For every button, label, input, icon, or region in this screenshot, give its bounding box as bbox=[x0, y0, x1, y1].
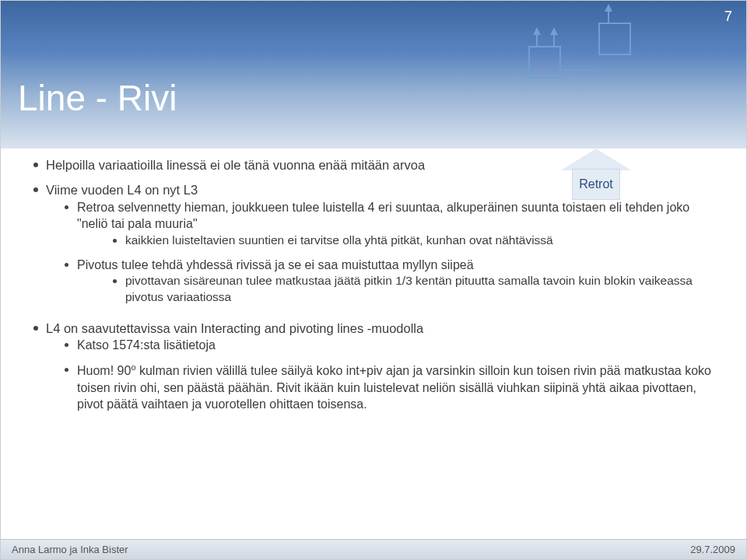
bullet-l1: Viime vuoden L4 on nyt L3 Retroa selvenn… bbox=[32, 181, 715, 306]
diagram-square-1 bbox=[528, 46, 561, 79]
diagram-arrow bbox=[608, 10, 609, 24]
diagram-arrowhead bbox=[605, 4, 612, 12]
slide: 7 Line - Rivi Retrot Helpoilla variaatio… bbox=[0, 0, 747, 560]
bullet-text: Huom! 90 bbox=[77, 364, 131, 377]
slide-footer: Anna Larmo ja Inka Bister 29.7.2009 bbox=[1, 539, 746, 559]
retro-diagram bbox=[497, 15, 653, 93]
slide-title: Line - Rivi bbox=[18, 77, 177, 119]
bullet-text: Pivotus tulee tehdä yhdessä rivissä ja s… bbox=[77, 258, 474, 271]
diagram-arrow bbox=[553, 33, 555, 47]
bullet-text: Viime vuoden L4 on nyt L3 bbox=[46, 183, 198, 197]
diagram-connector bbox=[561, 69, 598, 71]
page-number: 7 bbox=[724, 9, 732, 25]
bullet-l1: Helpoilla variaatioilla linessä ei ole t… bbox=[32, 156, 715, 173]
bullet-l2: Retroa selvennetty hieman, joukkueen tul… bbox=[63, 199, 715, 249]
bullet-l3: pivottavan sisäreunan tulee matkustaa jä… bbox=[111, 273, 715, 306]
bullet-l2: Katso 1574:sta lisätietoja bbox=[63, 337, 715, 354]
diagram-arrowhead bbox=[550, 27, 558, 35]
footer-authors: Anna Larmo ja Inka Bister bbox=[12, 544, 128, 555]
bullet-text: L4 on saavutettavissa vain Interacting a… bbox=[46, 321, 423, 335]
diagram-arrowhead bbox=[533, 27, 541, 35]
footer-date: 29.7.2009 bbox=[690, 544, 735, 555]
bullet-l1: L4 on saavutettavissa vain Interacting a… bbox=[32, 320, 715, 413]
diagram-square-2 bbox=[598, 23, 631, 55]
bullet-l2: Huom! 90o kulman rivien välillä tulee sä… bbox=[63, 362, 715, 413]
bullet-text: kulman rivien välillä tulee säilyä koko … bbox=[77, 364, 711, 411]
slide-body: Helpoilla variaatioilla linessä ei ole t… bbox=[32, 156, 715, 513]
bullet-l3: kaikkien luisteltavien suuntien ei tarvi… bbox=[111, 233, 715, 249]
bullet-text: Retroa selvennetty hieman, joukkueen tul… bbox=[77, 201, 689, 231]
bullet-l2: Pivotus tulee tehdä yhdessä rivissä ja s… bbox=[63, 257, 715, 306]
diagram-arrow bbox=[536, 33, 538, 47]
